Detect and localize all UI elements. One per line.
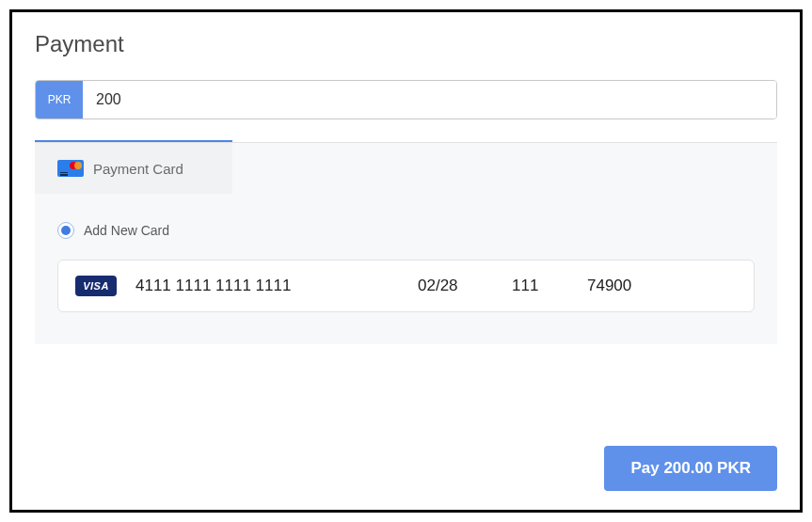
pay-button[interactable]: Pay 200.00 PKR (604, 446, 777, 491)
add-new-card-label: Add New Card (84, 223, 169, 238)
payment-method-body: Add New Card VISA (35, 194, 777, 344)
amount-input[interactable] (83, 81, 776, 119)
card-number-input[interactable] (135, 277, 399, 295)
card-entry-row: VISA (57, 260, 755, 312)
tab-indicator (35, 140, 232, 142)
radio-button-icon (57, 222, 74, 239)
card-cvc-input[interactable] (512, 277, 568, 295)
card-expiry-input[interactable] (418, 277, 493, 295)
card-brand-icon (57, 160, 84, 177)
visa-icon: VISA (75, 276, 117, 296)
payment-method-section: Payment Card Add New Card VISA (35, 143, 777, 344)
add-new-card-option[interactable]: Add New Card (57, 222, 755, 239)
amount-row: PKR (35, 80, 777, 119)
payment-method-label: Payment Card (93, 161, 183, 177)
tab-payment-card[interactable]: Payment Card (35, 143, 232, 194)
payment-panel: Payment PKR Payment Card Add New Card (9, 9, 803, 513)
card-zip-input[interactable] (587, 277, 672, 295)
currency-label: PKR (36, 81, 83, 119)
page-title: Payment (35, 31, 777, 57)
